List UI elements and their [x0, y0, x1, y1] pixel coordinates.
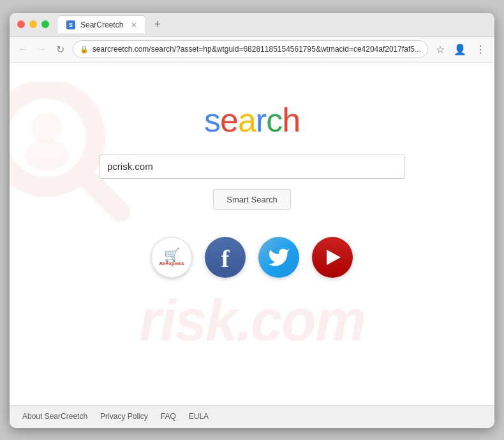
search-container: search Smart Search 🛒 Ali✳xpress [22, 101, 482, 278]
footer-link-about[interactable]: About SearCreetch [22, 412, 87, 421]
back-button[interactable]: ← [17, 41, 29, 57]
watermark-text: risk.com [10, 288, 494, 354]
menu-icon[interactable]: ⋮ [474, 42, 487, 57]
window-controls [17, 20, 49, 28]
logo-letter-s: s [204, 102, 220, 139]
twitter-icon[interactable] [258, 237, 299, 278]
browser-window: S SearCreetch × + ← → ↻ 🔒 searcreetch.co… [10, 13, 494, 428]
search-input[interactable] [99, 155, 405, 179]
logo-letter-c: c [266, 102, 282, 139]
smart-search-button[interactable]: Smart Search [213, 189, 290, 210]
youtube-play-icon [327, 250, 341, 265]
tab-bar: S SearCreetch × + [57, 15, 487, 33]
youtube-icon[interactable] [312, 237, 353, 278]
page-content: risk.com search Smart Search 🛒 Ali✳xpres [10, 63, 494, 405]
facebook-icon[interactable]: f [205, 237, 246, 278]
url-bar[interactable]: 🔒 searcreetch.com/search/?asset=hp&wtgui… [73, 40, 428, 58]
maximize-button[interactable] [41, 20, 49, 28]
logo-letter-r: r [256, 102, 266, 139]
aliexpress-icon[interactable]: 🛒 Ali✳xpress [151, 237, 192, 278]
tab-close-icon[interactable]: × [131, 20, 137, 29]
title-bar: S SearCreetch × + [10, 13, 494, 37]
lock-icon: 🔒 [80, 45, 89, 54]
footer-link-faq[interactable]: FAQ [161, 412, 176, 421]
facebook-logo-letter: f [221, 247, 230, 271]
search-input-wrapper [99, 155, 405, 179]
close-button[interactable] [17, 20, 25, 28]
tab-favicon: S [66, 20, 75, 29]
footer-link-eula[interactable]: EULA [189, 412, 209, 421]
new-tab-button[interactable]: + [150, 17, 165, 32]
tab-title: SearCreetch [80, 20, 126, 29]
forward-button[interactable]: → [36, 41, 48, 57]
footer: About SearCreetch Privacy Policy FAQ EUL… [10, 405, 494, 428]
reload-button[interactable]: ↻ [54, 41, 66, 57]
bookmark-icon[interactable]: ☆ [434, 42, 446, 57]
logo-letter-e: e [220, 102, 238, 139]
logo-letter-h: h [282, 102, 300, 139]
social-icons-row: 🛒 Ali✳xpress f [151, 237, 353, 278]
twitter-bird-icon [267, 246, 290, 269]
url-text: searcreetch.com/search/?asset=hp&wtguid=… [93, 45, 421, 54]
footer-link-privacy[interactable]: Privacy Policy [100, 412, 148, 421]
logo-letter-a: a [238, 102, 256, 139]
search-logo: search [204, 101, 300, 139]
profile-icon[interactable]: 👤 [452, 42, 468, 57]
aliexpress-logo: 🛒 Ali✳xpress [159, 248, 184, 266]
active-tab[interactable]: S SearCreetch × [57, 15, 146, 33]
minimize-button[interactable] [29, 20, 37, 28]
address-bar: ← → ↻ 🔒 searcreetch.com/search/?asset=hp… [10, 37, 494, 63]
